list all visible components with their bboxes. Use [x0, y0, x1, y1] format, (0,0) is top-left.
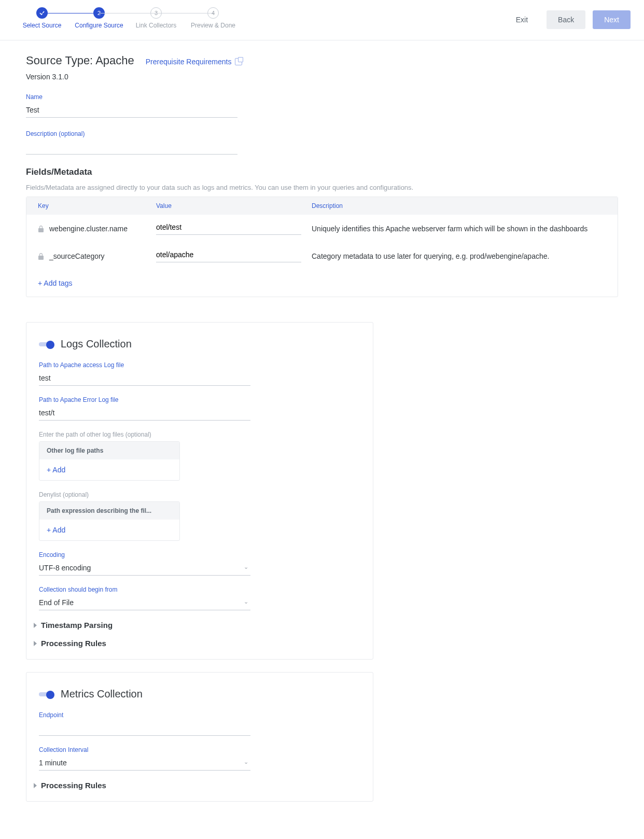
logs-toggle[interactable]	[39, 341, 54, 348]
metrics-processing-rules-toggle[interactable]: Processing Rules	[34, 781, 360, 790]
external-link-icon	[235, 58, 242, 65]
col-value-header: Value	[156, 197, 312, 215]
name-field: Name	[26, 93, 618, 118]
key-text: _sourceCategory	[49, 252, 105, 260]
exit-button[interactable]: Exit	[505, 10, 539, 29]
begin-label: Collection should begin from	[39, 586, 360, 593]
step-label: Configure Source	[75, 22, 123, 29]
encoding-field: Encoding ⌄	[39, 551, 360, 576]
key-text: webengine.cluster.name	[49, 225, 128, 233]
table-header: Key Value Description	[26, 197, 618, 215]
metrics-collection-card: Metrics Collection Endpoint Collection I…	[26, 672, 373, 802]
logs-collection-card: Logs Collection Path to Apache access Lo…	[26, 322, 373, 660]
prerequisite-label: Prerequisite Requirements	[146, 58, 232, 66]
back-button[interactable]: Back	[547, 10, 585, 29]
interval-select[interactable]	[39, 757, 250, 771]
step-preview-done[interactable]: 4 Preview & Done	[185, 7, 242, 29]
access-log-input[interactable]	[39, 372, 250, 386]
table-row: webengine.cluster.name Uniquely identifi…	[26, 215, 618, 242]
caret-right-icon	[34, 641, 37, 646]
timestamp-parsing-toggle[interactable]: Timestamp Parsing	[34, 621, 360, 630]
title-row: Source Type: Apache Prerequisite Require…	[26, 54, 618, 67]
step-circle: 4	[207, 7, 219, 19]
denylist-table: Path expression describing the fil... + …	[39, 501, 180, 541]
interval-field: Collection Interval ⌄	[39, 746, 360, 771]
lock-icon	[38, 225, 44, 232]
description-field: Description (optional)	[26, 130, 618, 155]
logs-card-header: Logs Collection	[39, 338, 360, 350]
caret-right-icon	[34, 623, 37, 628]
logs-card-title: Logs Collection	[61, 338, 132, 350]
endpoint-input[interactable]	[39, 722, 250, 736]
next-button[interactable]: Next	[593, 10, 631, 29]
logs-processing-rules-toggle[interactable]: Processing Rules	[34, 639, 360, 648]
encoding-label: Encoding	[39, 551, 360, 558]
version-text: Version 3.1.0	[26, 73, 618, 81]
name-input[interactable]	[26, 104, 237, 118]
denylist-table-header: Path expression describing the fil...	[39, 502, 179, 520]
table-row: _sourceCategory Category metadata to use…	[26, 242, 618, 270]
other-log-add-button[interactable]: + Add	[39, 459, 179, 480]
name-label: Name	[26, 93, 618, 101]
value-input[interactable]	[156, 222, 301, 235]
desc-text: Category metadata to use later for query…	[312, 252, 618, 260]
page-title: Source Type: Apache	[26, 54, 134, 67]
fields-metadata-hint: Fields/Metadata are assigned directly to…	[26, 184, 618, 191]
col-key-header: Key	[26, 197, 156, 215]
step-label: Preview & Done	[191, 22, 235, 29]
metrics-toggle[interactable]	[39, 691, 54, 698]
other-log-table-header: Other log file paths	[39, 442, 179, 459]
metrics-processing-rules-label: Processing Rules	[41, 781, 106, 790]
stepper: Select Source 2 Configure Source 3 Link …	[13, 7, 242, 29]
endpoint-field: Endpoint	[39, 711, 360, 736]
col-desc-header: Description	[312, 197, 618, 215]
value-input[interactable]	[156, 249, 301, 262]
metrics-card-header: Metrics Collection	[39, 688, 360, 700]
error-log-field: Path to Apache Error Log file	[39, 396, 360, 421]
denylist-add-button[interactable]: + Add	[39, 520, 179, 540]
step-configure-source[interactable]: 2 Configure Source	[71, 7, 128, 29]
other-log-field: Enter the path of other log files (optio…	[39, 431, 360, 481]
description-label: Description (optional)	[26, 130, 618, 137]
prerequisite-link[interactable]: Prerequisite Requirements	[146, 58, 242, 66]
toggle-knob	[46, 691, 54, 699]
step-select-source[interactable]: Select Source	[13, 7, 71, 29]
timestamp-parsing-label: Timestamp Parsing	[41, 621, 113, 630]
top-bar: Select Source 2 Configure Source 3 Link …	[0, 0, 644, 40]
other-log-label: Enter the path of other log files (optio…	[39, 431, 360, 438]
other-log-table: Other log file paths + Add	[39, 441, 180, 481]
topbar-actions: Exit Back Next	[505, 7, 631, 29]
metrics-card-title: Metrics Collection	[61, 688, 143, 700]
step-label: Select Source	[23, 22, 62, 29]
denylist-field: Denylist (optional) Path expression desc…	[39, 491, 360, 541]
begin-select[interactable]	[39, 596, 250, 610]
desc-text: Uniquely identifies this Apache webserve…	[312, 225, 618, 233]
add-tags-button[interactable]: + Add tags	[26, 270, 618, 297]
access-log-field: Path to Apache access Log file	[39, 361, 360, 386]
page-body: Source Type: Apache Prerequisite Require…	[0, 40, 644, 833]
logs-processing-rules-label: Processing Rules	[41, 639, 106, 648]
step-link-collectors[interactable]: 3 Link Collectors	[128, 7, 185, 29]
caret-right-icon	[34, 783, 37, 788]
error-log-input[interactable]	[39, 407, 250, 421]
fields-metadata-table: Key Value Description webengine.cluster.…	[26, 197, 618, 297]
interval-label: Collection Interval	[39, 746, 360, 753]
encoding-select[interactable]	[39, 562, 250, 576]
endpoint-label: Endpoint	[39, 711, 360, 719]
toggle-knob	[46, 341, 54, 349]
fields-metadata-heading: Fields/Metadata	[26, 167, 618, 177]
error-log-label: Path to Apache Error Log file	[39, 396, 360, 403]
description-input[interactable]	[26, 141, 237, 155]
step-label: Link Collectors	[136, 22, 177, 29]
denylist-label: Denylist (optional)	[39, 491, 360, 498]
access-log-label: Path to Apache access Log file	[39, 361, 360, 369]
begin-field: Collection should begin from ⌄	[39, 586, 360, 610]
lock-icon	[38, 253, 44, 260]
